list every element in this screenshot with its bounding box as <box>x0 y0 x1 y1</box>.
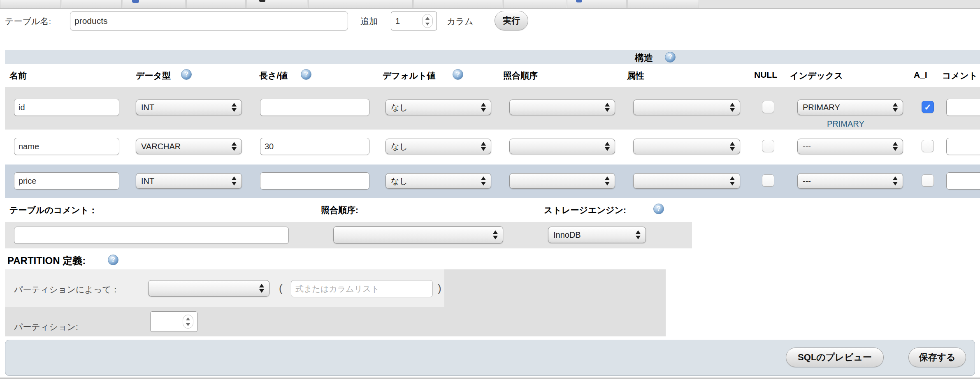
close-paren: ) <box>438 282 441 295</box>
table-collation-select[interactable] <box>333 226 503 243</box>
column-name-input[interactable] <box>14 99 119 116</box>
tab[interactable] <box>186 0 246 8</box>
partition-panel: パーティションによって： ( ) パーティション: <box>5 269 666 336</box>
tab-icon <box>259 0 265 2</box>
tab[interactable] <box>246 0 307 8</box>
help-icon[interactable]: ? <box>665 52 676 63</box>
column-default-select[interactable]: なし <box>385 139 491 154</box>
null-checkbox[interactable]: ✓ <box>762 140 774 152</box>
select-arrows-icon <box>893 176 898 185</box>
tab-icon <box>132 0 139 3</box>
table-name-label: テーブル名: <box>5 16 51 27</box>
col-header-index: インデックス <box>790 70 843 81</box>
select-arrows-icon <box>636 230 641 239</box>
col-header-length: 長さ/値 <box>259 70 288 81</box>
col-header-comment: コメント <box>942 70 978 81</box>
column-attributes-select[interactable] <box>633 173 740 189</box>
structure-title: 構造 <box>635 52 653 64</box>
column-type-select[interactable]: INT <box>136 100 242 115</box>
col-header-null: NULL <box>754 70 777 80</box>
column-row: VARCHAR なし ✓ --- ✓ <box>5 130 980 165</box>
select-arrows-icon <box>232 103 237 112</box>
partition-title: PARTITION 定義: <box>7 254 86 267</box>
column-collation-select[interactable] <box>509 173 615 189</box>
primary-index-link[interactable]: PRIMARY <box>827 119 864 129</box>
tab-strip <box>0 0 980 9</box>
tab[interactable] <box>0 0 61 8</box>
col-header-ai: A_I <box>914 70 927 80</box>
null-checkbox[interactable]: ✓ <box>762 101 774 113</box>
select-arrows-icon <box>481 142 486 151</box>
select-arrows-icon <box>730 176 735 185</box>
columns-label: カラム <box>447 16 473 27</box>
partition-by-select[interactable] <box>148 280 269 297</box>
column-length-input[interactable] <box>260 99 369 116</box>
null-checkbox[interactable]: ✓ <box>762 174 774 187</box>
col-header-type: データ型 <box>136 70 171 81</box>
storage-engine-label: ストレージエンジン: <box>544 204 626 216</box>
col-header-default: デフォルト値 <box>383 70 435 81</box>
tab[interactable] <box>627 0 699 8</box>
column-name-input[interactable] <box>14 172 119 190</box>
tab[interactable] <box>308 0 413 8</box>
help-icon[interactable]: ? <box>301 69 311 80</box>
page-bottom-border <box>0 378 980 379</box>
select-arrows-icon <box>605 176 610 185</box>
go-button[interactable]: 実行 <box>495 11 528 30</box>
help-icon[interactable]: ? <box>653 204 664 214</box>
select-arrows-icon <box>730 103 735 112</box>
select-arrows-icon <box>232 176 237 185</box>
column-default-select[interactable]: なし <box>385 173 491 189</box>
column-comment-input[interactable] <box>946 138 980 155</box>
column-type-select[interactable]: VARCHAR <box>136 139 242 154</box>
column-attributes-select[interactable] <box>633 100 740 115</box>
index-select[interactable]: PRIMARY <box>797 100 903 115</box>
select-arrows-icon <box>481 103 486 112</box>
column-comment-input[interactable] <box>946 172 980 190</box>
save-button[interactable]: 保存する <box>908 348 966 367</box>
table-comment-input[interactable] <box>14 227 289 244</box>
storage-engine-select[interactable]: InnoDB <box>548 227 646 243</box>
ai-checkbox[interactable]: ✓ <box>922 174 934 187</box>
select-arrows-icon <box>493 230 498 239</box>
partition-expression-input[interactable] <box>291 280 433 297</box>
column-comment-input[interactable] <box>946 99 980 116</box>
tab[interactable] <box>413 0 502 8</box>
table-name-input[interactable] <box>70 12 348 30</box>
index-select[interactable]: --- <box>797 139 903 154</box>
index-select[interactable]: --- <box>797 173 903 189</box>
column-collation-select[interactable] <box>509 139 615 154</box>
select-arrows-icon <box>232 142 237 151</box>
ai-checkbox[interactable]: ✓ <box>922 140 934 152</box>
tab[interactable] <box>503 0 566 8</box>
stepper-icon[interactable] <box>422 14 433 28</box>
column-default-select[interactable]: なし <box>385 100 491 115</box>
table-comment-label: テーブルのコメント： <box>9 204 98 216</box>
structure-band <box>5 50 980 64</box>
column-length-input[interactable] <box>260 172 369 190</box>
column-row: INT なし ✓ --- ✓ <box>5 165 980 198</box>
stepper-icon[interactable] <box>183 315 193 329</box>
col-header-name: 名前 <box>9 70 27 81</box>
tab-icon <box>576 0 582 2</box>
partition-count-label: パーティション: <box>14 321 78 333</box>
ai-checkbox[interactable]: ✓ <box>922 101 934 113</box>
help-icon[interactable]: ? <box>181 69 192 80</box>
table-collation-label: 照合順序: <box>321 204 358 216</box>
column-attributes-select[interactable] <box>633 139 740 154</box>
select-arrows-icon <box>605 142 610 151</box>
select-arrows-icon <box>481 176 486 185</box>
column-name-input[interactable] <box>14 138 119 155</box>
column-collation-select[interactable] <box>509 100 615 115</box>
column-length-input[interactable] <box>260 138 369 155</box>
help-icon[interactable]: ? <box>453 69 463 80</box>
column-type-select[interactable]: INT <box>136 173 242 189</box>
help-icon[interactable]: ? <box>108 255 118 265</box>
open-paren: ( <box>279 282 283 295</box>
tab[interactable] <box>62 0 122 8</box>
select-arrows-icon <box>259 284 264 293</box>
col-header-attributes: 属性 <box>627 70 644 81</box>
select-arrows-icon <box>605 103 610 112</box>
sql-preview-button[interactable]: SQLのプレビュー <box>786 348 884 367</box>
select-arrows-icon <box>893 142 898 151</box>
